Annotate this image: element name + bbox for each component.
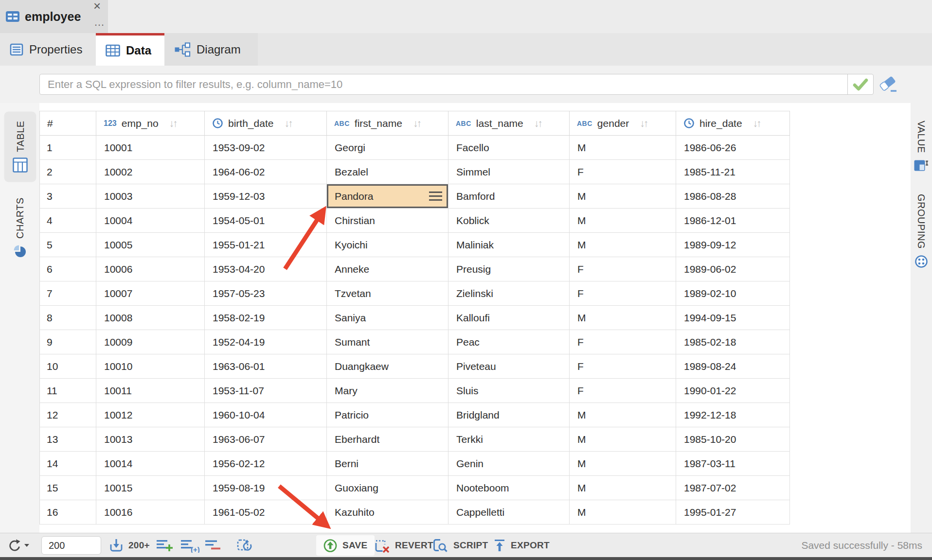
data-cell[interactable]: 1986-08-28 — [676, 184, 790, 209]
revert-button[interactable]: REVERT — [374, 533, 433, 558]
data-cell[interactable]: 10013 — [96, 427, 205, 452]
duplicate-row-button[interactable]: (+) — [181, 533, 199, 558]
column-header-birth-date[interactable]: birth_date ↓↑ — [205, 111, 327, 136]
script-button[interactable]: SCRIPT — [432, 533, 488, 558]
data-cell[interactable]: 10001 — [96, 136, 205, 160]
data-cell[interactable]: F — [570, 330, 676, 354]
column-header-hire-date[interactable]: hire_date ↓↑ — [676, 111, 790, 136]
row-number-cell[interactable]: 8 — [40, 306, 96, 330]
data-cell[interactable]: Zielinski — [448, 281, 570, 306]
data-cell[interactable]: F — [570, 160, 676, 184]
delete-row-button[interactable] — [205, 533, 222, 558]
data-cell[interactable]: 10012 — [96, 403, 205, 427]
data-cell[interactable]: 10006 — [96, 257, 205, 281]
data-cell[interactable]: 10002 — [96, 160, 205, 184]
data-cell[interactable]: 1955-01-21 — [205, 233, 327, 257]
data-cell[interactable]: Koblick — [448, 209, 570, 233]
data-cell[interactable]: 1953-09-02 — [205, 136, 327, 160]
data-cell[interactable]: 10004 — [96, 209, 205, 233]
sort-icon[interactable]: ↓↑ — [640, 118, 647, 129]
data-cell[interactable]: Guoxiang — [327, 476, 448, 500]
tab-properties[interactable]: Properties — [0, 33, 96, 66]
data-cell[interactable]: M — [570, 476, 676, 500]
rail-tab-table[interactable]: TABLE — [4, 112, 36, 182]
row-number-cell[interactable]: 3 — [40, 184, 96, 209]
overflow-dots-icon[interactable]: … — [94, 18, 105, 27]
data-cell[interactable]: 1954-05-01 — [205, 209, 327, 233]
tab-diagram[interactable]: Diagram — [164, 33, 258, 66]
data-cell[interactable]: Tzvetan — [327, 281, 448, 306]
editor-tab-employee[interactable]: employee — [0, 0, 108, 33]
fetch-more-button[interactable]: 200+ — [109, 533, 150, 558]
data-cell[interactable]: 1992-12-18 — [676, 403, 790, 427]
row-number-cell[interactable]: 6 — [40, 257, 96, 281]
sort-icon[interactable]: ↓↑ — [284, 118, 291, 129]
sort-icon[interactable]: ↓↑ — [753, 118, 760, 129]
data-cell[interactable]: M — [570, 209, 676, 233]
sql-filter-input[interactable] — [40, 74, 847, 94]
data-cell[interactable]: Anneke — [327, 257, 448, 281]
refresh-button[interactable] — [7, 533, 30, 558]
data-cell[interactable]: Kalloufi — [448, 306, 570, 330]
data-cell[interactable]: Eberhardt — [327, 427, 448, 452]
data-cell[interactable]: Kazuhito — [327, 500, 448, 525]
data-cell[interactable]: 1985-10-20 — [676, 427, 790, 452]
data-cell[interactable]: 1987-07-02 — [676, 476, 790, 500]
data-cell[interactable]: Terkki — [448, 427, 570, 452]
sort-icon[interactable]: ↓↑ — [534, 118, 541, 129]
column-header-last-name[interactable]: ABC last_name ↓↑ — [448, 111, 570, 136]
sort-icon[interactable]: ↓↑ — [413, 118, 420, 129]
data-cell[interactable]: Cappelletti — [448, 500, 570, 525]
data-cell[interactable]: 10007 — [96, 281, 205, 306]
data-cell[interactable]: Patricio — [327, 403, 448, 427]
data-cell[interactable]: 1987-03-11 — [676, 452, 790, 476]
data-cell[interactable]: 10014 — [96, 452, 205, 476]
data-cell[interactable]: 10016 — [96, 500, 205, 525]
data-cell[interactable]: 1963-06-01 — [205, 354, 327, 379]
data-cell[interactable]: 1952-04-19 — [205, 330, 327, 354]
sort-icon[interactable]: ↓↑ — [169, 118, 177, 129]
data-cell[interactable]: Preusig — [448, 257, 570, 281]
data-cell[interactable]: F — [570, 257, 676, 281]
add-row-button[interactable] — [157, 533, 173, 558]
data-cell[interactable]: Mary — [327, 379, 448, 403]
row-number-cell[interactable]: 12 — [40, 403, 96, 427]
column-header-emp-no[interactable]: 123 emp_no ↓↑ — [96, 111, 205, 136]
data-cell[interactable]: 1959-08-19 — [205, 476, 327, 500]
column-header-gender[interactable]: ABC gender ↓↑ — [570, 111, 676, 136]
data-cell[interactable]: Nooteboom — [448, 476, 570, 500]
rail-tab-value[interactable]: VALUE — [912, 115, 931, 179]
data-cell[interactable]: 10010 — [96, 354, 205, 379]
row-number-cell[interactable]: 11 — [40, 379, 96, 403]
fetch-size-input[interactable] — [41, 536, 101, 555]
data-cell[interactable]: 1995-01-27 — [676, 500, 790, 525]
row-number-cell[interactable]: 4 — [40, 209, 96, 233]
column-header-first-name[interactable]: ABC first_name ↓↑ — [327, 111, 448, 136]
data-cell[interactable]: Kyoichi — [327, 233, 448, 257]
data-cell[interactable]: 1989-08-24 — [676, 354, 790, 379]
data-cell[interactable]: Saniya — [327, 306, 448, 330]
data-cell[interactable]: 1957-05-23 — [205, 281, 327, 306]
row-number-cell[interactable]: 2 — [40, 160, 96, 184]
data-cell[interactable]: 1959-12-03 — [205, 184, 327, 209]
data-cell[interactable]: Simmel — [448, 160, 570, 184]
data-cell[interactable]: 1989-09-12 — [676, 233, 790, 257]
row-number-cell[interactable]: 13 — [40, 427, 96, 452]
data-cell[interactable]: Sumant — [327, 330, 448, 354]
data-cell[interactable]: Sluis — [448, 379, 570, 403]
data-cell[interactable]: 1960-10-04 — [205, 403, 327, 427]
apply-filter-button[interactable] — [847, 74, 873, 94]
data-cell[interactable]: 1985-02-18 — [676, 330, 790, 354]
save-button[interactable]: SAVE — [316, 535, 375, 556]
data-cell[interactable]: 1964-06-02 — [205, 160, 327, 184]
data-cell[interactable]: Duangkaew — [327, 354, 448, 379]
data-cell[interactable]: M — [570, 452, 676, 476]
data-cell[interactable]: M — [570, 500, 676, 525]
data-cell[interactable]: Piveteau — [448, 354, 570, 379]
rail-tab-charts[interactable]: CHARTS — [4, 190, 36, 266]
data-cell[interactable]: M — [570, 184, 676, 209]
data-cell[interactable]: 1953-04-20 — [205, 257, 327, 281]
data-cell[interactable]: M — [570, 306, 676, 330]
row-number-cell[interactable]: 16 — [40, 500, 96, 525]
data-cell[interactable]: 1958-02-19 — [205, 306, 327, 330]
